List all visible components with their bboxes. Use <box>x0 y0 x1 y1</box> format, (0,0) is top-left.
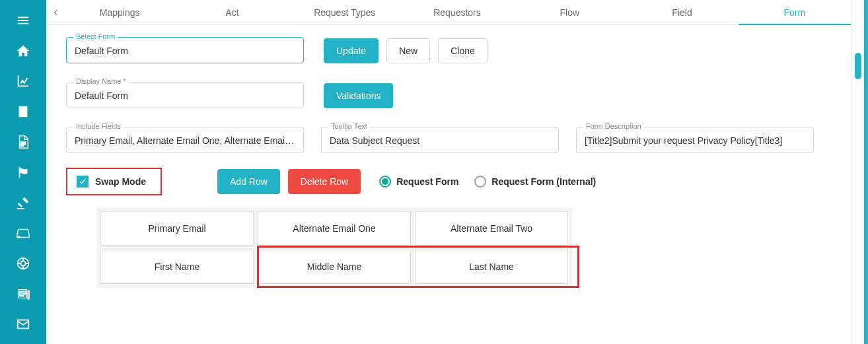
grid-cell-last-name[interactable]: Last Name <box>415 250 568 284</box>
validations-button[interactable]: Validations <box>324 83 393 108</box>
swap-mode-label: Swap Mode <box>95 176 146 187</box>
file-icon[interactable] <box>0 127 46 157</box>
radio-label: Request Form <box>396 176 458 187</box>
gavel-icon[interactable] <box>0 188 46 218</box>
radio-icon <box>379 176 391 188</box>
chart-icon[interactable] <box>0 66 46 96</box>
include-fields-value: Primary Email, Alternate Email One, Alte… <box>75 134 295 147</box>
life-ring-icon[interactable] <box>0 248 46 279</box>
tooltip-text-field[interactable]: Tooltip Text Data Subject Request <box>321 127 559 153</box>
new-button[interactable]: New <box>386 38 430 63</box>
tab-mappings[interactable]: Mappings <box>63 0 176 25</box>
tab-scroll-left[interactable] <box>49 0 63 25</box>
radio-label: Request Form (Internal) <box>491 176 596 187</box>
grid-cell-middle-name[interactable]: Middle Name <box>258 250 411 284</box>
display-name-field[interactable]: Display Name * Default Form <box>66 82 304 108</box>
grid-cell-primary-email[interactable]: Primary Email <box>100 211 254 246</box>
tab-request-types[interactable]: Request Types <box>289 0 401 25</box>
update-button[interactable]: Update <box>324 38 379 63</box>
tab-field[interactable]: Field <box>626 0 738 25</box>
radio-icon <box>474 176 486 188</box>
add-row-button[interactable]: Add Row <box>217 169 280 194</box>
swap-mode-highlight: Swap Mode <box>66 168 162 195</box>
table-row: Primary Email Alternate Email One Altern… <box>100 211 568 246</box>
home-icon[interactable] <box>0 36 46 66</box>
select-form-field[interactable]: Select Form Default Form <box>66 37 304 63</box>
select-form-label: Select Form <box>73 32 118 40</box>
radio-request-form-internal[interactable]: Request Form (Internal) <box>474 176 596 188</box>
request-form-radio-group: Request Form Request Form (Internal) <box>379 176 596 188</box>
select-form-value: Default Form <box>75 44 295 57</box>
delete-row-button[interactable]: Delete Row <box>288 169 361 194</box>
menu-icon[interactable] <box>0 5 46 36</box>
right-indicator <box>855 53 861 79</box>
tab-form[interactable]: Form <box>739 0 851 25</box>
sidebar <box>0 0 46 344</box>
include-fields-label: Include Fields <box>73 122 124 130</box>
display-name-value: Default Form <box>75 89 295 102</box>
news-icon[interactable] <box>0 279 46 309</box>
tooltip-text-value: Data Subject Request <box>330 134 550 147</box>
svg-point-1 <box>20 261 25 265</box>
form-description-value: [Title2]Submit your request Privacy Poli… <box>585 134 805 147</box>
right-accent-bar <box>864 0 868 344</box>
clone-button[interactable]: Clone <box>438 38 488 63</box>
include-fields-field[interactable]: Include Fields Primary Email, Alternate … <box>66 127 304 153</box>
right-rail <box>851 0 868 344</box>
main-content: Mappings Act Request Types Requestors Fl… <box>46 0 868 344</box>
tab-bar: Mappings Act Request Types Requestors Fl… <box>46 0 868 25</box>
building-icon[interactable] <box>0 96 46 127</box>
grid-cell-first-name[interactable]: First Name <box>100 250 254 284</box>
grid-cell-alternate-email-one[interactable]: Alternate Email One <box>258 211 411 246</box>
tab-act[interactable]: Act <box>176 0 288 25</box>
display-name-label: Display Name * <box>73 77 129 85</box>
swap-mode-checkbox[interactable] <box>77 176 89 188</box>
grid-cell-alternate-email-two[interactable]: Alternate Email Two <box>415 211 568 246</box>
form-description-label: Form Description <box>583 122 644 130</box>
tab-flow[interactable]: Flow <box>513 0 626 25</box>
radio-request-form[interactable]: Request Form <box>379 176 458 188</box>
form-description-field[interactable]: Form Description [Title2]Submit your req… <box>576 127 814 153</box>
table-row: First Name Middle Name Last Name <box>100 250 568 284</box>
content-area: Select Form Default Form Update New Clon… <box>46 25 868 294</box>
tab-requestors[interactable]: Requestors <box>401 0 513 25</box>
fields-grid: Primary Email Alternate Email One Altern… <box>96 207 572 288</box>
tooltip-text-label: Tooltip Text <box>328 122 370 130</box>
flag-icon[interactable] <box>0 157 46 188</box>
drive-icon[interactable] <box>0 218 46 248</box>
envelope-icon[interactable] <box>0 309 46 339</box>
